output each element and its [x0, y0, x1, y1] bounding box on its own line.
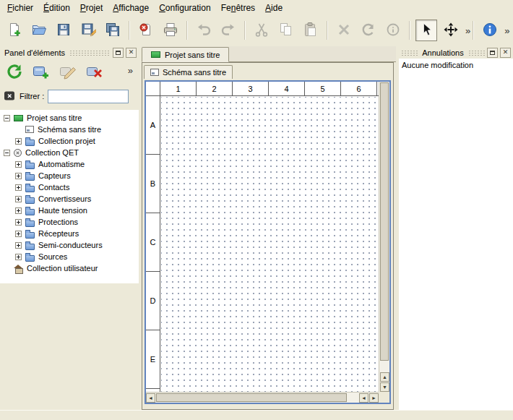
expand-expander-icon[interactable] [15, 219, 22, 226]
tree-item-sources[interactable]: Sources [0, 251, 139, 262]
expand-expander-icon[interactable] [15, 161, 22, 168]
qet-collection-icon [14, 149, 22, 157]
row-header-cell: C [146, 213, 160, 272]
expand-expander-icon[interactable] [15, 242, 22, 249]
undo-panel-title-bar[interactable]: Annulations ✕ [399, 46, 513, 59]
menu-aide[interactable]: Aide [260, 1, 288, 15]
horizontal-scrollbar[interactable]: ◄ ◄ ► [146, 392, 379, 403]
filter-input[interactable] [48, 90, 129, 103]
vertical-scrollbar[interactable]: ▲ ▼ [379, 82, 389, 392]
scroll-right-button[interactable]: ► [369, 393, 379, 403]
tree-item-protections[interactable]: Protections [0, 216, 139, 228]
elements-panel-toolbar: » [0, 59, 139, 86]
print-button[interactable] [160, 20, 181, 41]
expand-expander-icon[interactable] [15, 173, 22, 179]
new-element-button[interactable] [31, 62, 51, 82]
tree-item-convertisseurs[interactable]: Convertisseurs [0, 193, 139, 205]
toolbar-separator [129, 21, 130, 40]
undo-button[interactable] [193, 20, 215, 41]
reload-collections-button[interactable] [4, 62, 25, 82]
scroll-left-button[interactable]: ◄ [146, 393, 155, 403]
paste-button[interactable] [300, 20, 322, 41]
copy-button[interactable] [275, 20, 297, 41]
menu-affichage[interactable]: Affichage [108, 1, 154, 15]
cut-button[interactable] [251, 20, 272, 41]
delete-button[interactable] [333, 20, 355, 41]
delete-element-button[interactable] [85, 62, 105, 82]
edit-element-icon [59, 62, 77, 82]
expand-expander-icon[interactable] [15, 138, 22, 145]
float-icon [116, 51, 121, 55]
folder-icon [25, 232, 35, 239]
toolbar-overflow-button[interactable]: » [463, 25, 473, 36]
elements-panel-title-bar[interactable]: Panel d'éléments ✕ [0, 46, 139, 59]
edit-element-button[interactable] [58, 62, 78, 82]
save-as-button[interactable] [77, 20, 99, 41]
undo-panel-dock: Annulations ✕ Aucune modification [399, 46, 513, 410]
row-header: A B C D E [146, 96, 160, 392]
scroll-up-button[interactable]: ▲ [380, 372, 389, 382]
scroll-down-button[interactable]: ▼ [380, 382, 389, 392]
menu-projet[interactable]: Projet [75, 1, 108, 15]
tree-item-schema[interactable]: Schéma sans titre [0, 124, 139, 135]
about-button[interactable] [479, 20, 501, 41]
rotate-button[interactable] [358, 20, 379, 41]
help-toolbar-overflow-button[interactable]: » [502, 25, 512, 36]
tree-item-automatisme[interactable]: Automatisme [0, 158, 139, 170]
info-outline-icon [385, 22, 401, 39]
elements-toolbar-overflow-button[interactable]: » [128, 65, 133, 76]
dock-float-button[interactable] [487, 48, 498, 58]
elements-tree: Projet sans titre Schéma sans titre Coll… [0, 110, 139, 283]
tree-item-collection-utilisateur[interactable]: Collection utilisateur [0, 262, 139, 274]
tree-item-label: Schéma sans titre [38, 125, 101, 134]
dock-float-button[interactable] [113, 48, 124, 58]
save-button[interactable] [53, 20, 74, 41]
expand-expander-icon[interactable] [15, 196, 22, 202]
menu-fenetres[interactable]: Fenêtres [216, 1, 260, 15]
tree-item-capteurs[interactable]: Capteurs [0, 170, 139, 181]
redo-button[interactable] [217, 20, 239, 41]
tree-item-collection-projet[interactable]: Collection projet [0, 135, 139, 147]
menu-configuration[interactable]: Configuration [154, 1, 216, 15]
column-header-cell: 5 [305, 82, 341, 95]
move-mode-button[interactable] [440, 20, 462, 41]
dock-close-button[interactable]: ✕ [126, 48, 137, 58]
open-file-button[interactable] [28, 20, 50, 41]
collapse-expander-icon[interactable] [4, 115, 10, 121]
menu-edition[interactable]: Édition [38, 1, 75, 15]
tree-item-recepteurs[interactable]: Récepteurs [0, 228, 139, 239]
undo-icon [196, 22, 212, 39]
tree-item-label: Collection utilisateur [27, 264, 98, 273]
expand-expander-icon[interactable] [15, 184, 22, 191]
expand-expander-icon[interactable] [15, 207, 22, 214]
clear-filter-icon[interactable] [4, 90, 16, 103]
tree-item-label: Protections [38, 218, 78, 226]
scroll-left-button-2[interactable]: ◄ [359, 393, 368, 403]
mdi-tab-project[interactable]: Projet sans titre [142, 47, 229, 62]
horizontal-scrollbar-thumb[interactable] [156, 393, 347, 402]
close-file-button[interactable] [135, 20, 157, 41]
tree-item-collection-qet[interactable]: Collection QET [0, 147, 139, 158]
move-arrows-icon [443, 22, 459, 39]
tree-item-project[interactable]: Projet sans titre [0, 112, 139, 124]
elements-panel-title: Panel d'éléments [2, 48, 67, 57]
expand-expander-icon[interactable] [15, 254, 22, 260]
undo-list-item[interactable]: Aucune modification [399, 59, 513, 72]
new-file-button[interactable] [4, 20, 25, 41]
tree-item-semi-conducteurs[interactable]: Semi-conducteurs [0, 239, 139, 251]
tree-item-haute-tension[interactable]: Haute tension [0, 205, 139, 216]
expand-expander-icon[interactable] [15, 231, 22, 237]
save-all-button[interactable] [102, 20, 124, 41]
column-header: 1 2 3 4 5 6 [146, 82, 379, 96]
menu-fichier[interactable]: Fichier [2, 1, 38, 15]
delete-element-icon [85, 62, 104, 82]
row-header-cell: E [146, 330, 160, 389]
select-mode-button[interactable] [415, 20, 437, 41]
dock-close-button[interactable]: ✕ [500, 48, 511, 58]
schema-tab[interactable]: Schéma sans titre [144, 65, 233, 79]
collapse-expander-icon[interactable] [4, 150, 10, 156]
info-button[interactable] [382, 20, 404, 41]
vertical-scrollbar-thumb[interactable] [380, 82, 389, 361]
tree-item-contacts[interactable]: Contacts [0, 181, 139, 193]
diagram-canvas[interactable] [161, 97, 379, 392]
